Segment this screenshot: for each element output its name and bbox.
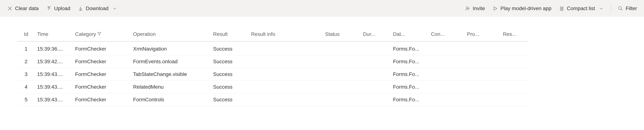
filter-icon xyxy=(97,31,102,37)
clear-data-label: Clear data xyxy=(15,6,39,11)
column-header-operation[interactable]: Operation xyxy=(131,28,210,41)
table-row[interactable]: 115:39:36....FormCheckerXrmNavigationSuc… xyxy=(18,43,528,55)
toolbar-left: Clear data Upload Download xyxy=(4,4,120,13)
download-button[interactable]: Download xyxy=(75,4,120,13)
table-row[interactable]: 215:39:42....FormCheckerFormEvents.onloa… xyxy=(18,55,528,68)
cell-status xyxy=(322,55,360,68)
column-header-time[interactable]: Time xyxy=(35,28,72,41)
cell-time: 15:39:42.... xyxy=(35,55,72,68)
filter-label: Filter xyxy=(626,6,637,11)
cell-status xyxy=(322,93,360,106)
chevron-down-icon xyxy=(112,6,118,11)
cell-prop xyxy=(464,81,500,93)
data-table: Id Time Category Operation Result Result… xyxy=(18,28,528,106)
cell-status xyxy=(322,81,360,93)
cell-time: 15:39:43.... xyxy=(35,68,72,81)
cell-conn xyxy=(428,93,464,106)
cell-result_info xyxy=(248,93,322,106)
cell-data: Forms.Fo... xyxy=(390,93,428,106)
cell-result_info xyxy=(248,55,322,68)
play-app-label: Play model-driven app xyxy=(500,6,552,11)
cell-conn xyxy=(428,81,464,93)
cell-result: Success xyxy=(210,55,248,68)
column-header-duration[interactable]: Dur... xyxy=(360,28,390,41)
cell-data: Forms.Fo... xyxy=(390,55,428,68)
cell-res xyxy=(500,43,528,55)
column-header-id[interactable]: Id xyxy=(18,28,35,41)
cell-time: 15:39:36.... xyxy=(35,43,72,55)
svg-point-1 xyxy=(618,7,622,10)
cell-prop xyxy=(464,68,500,81)
cell-category: FormChecker xyxy=(72,81,130,93)
play-icon xyxy=(492,6,498,11)
filter-button[interactable]: Filter xyxy=(615,4,640,13)
column-header-data[interactable]: Dat... xyxy=(390,28,428,41)
column-header-result-info[interactable]: Result info xyxy=(248,28,322,41)
cell-res xyxy=(500,93,528,106)
upload-button[interactable]: Upload xyxy=(44,4,73,13)
cell-status xyxy=(322,68,360,81)
upload-label: Upload xyxy=(54,6,70,11)
cell-res xyxy=(500,81,528,93)
table-row[interactable]: 515:39:43....FormCheckerFormControlsSucc… xyxy=(18,93,528,106)
invite-button[interactable]: Invite xyxy=(462,4,488,13)
cell-category: FormChecker xyxy=(72,68,130,81)
cell-category: FormChecker xyxy=(72,43,130,55)
cell-data: Forms.Fo... xyxy=(390,68,428,81)
cell-result_info xyxy=(248,43,322,55)
cell-duration xyxy=(360,43,390,55)
download-label: Download xyxy=(86,6,109,11)
column-header-result[interactable]: Result xyxy=(210,28,248,41)
cell-conn xyxy=(428,43,464,55)
cell-conn xyxy=(428,68,464,81)
cell-id: 2 xyxy=(18,55,35,68)
cell-id: 3 xyxy=(18,68,35,81)
cell-result: Success xyxy=(210,93,248,106)
cell-operation: TabStateChange.visible xyxy=(131,68,210,81)
cell-prop xyxy=(464,43,500,55)
column-header-prop[interactable]: Pro... xyxy=(464,28,500,41)
toolbar-divider xyxy=(611,3,611,14)
cell-operation: RelatedMenu xyxy=(131,81,210,93)
cell-id: 1 xyxy=(18,43,35,55)
compact-list-button[interactable]: Compact list xyxy=(556,4,607,13)
play-app-button[interactable]: Play model-driven app xyxy=(490,4,554,13)
table-row[interactable]: 415:39:43....FormCheckerRelatedMenuSucce… xyxy=(18,81,528,93)
cell-status xyxy=(322,43,360,55)
toolbar: Clear data Upload Download Invite xyxy=(0,0,644,17)
cell-time: 15:39:43.... xyxy=(35,81,72,93)
column-header-conn[interactable]: Con... xyxy=(428,28,464,41)
compact-list-label: Compact list xyxy=(567,6,595,11)
close-icon xyxy=(7,6,13,11)
svg-point-0 xyxy=(466,7,468,9)
invite-icon xyxy=(465,6,470,11)
cell-prop xyxy=(464,93,500,106)
list-icon xyxy=(559,6,565,11)
chevron-down-icon xyxy=(598,6,604,11)
invite-label: Invite xyxy=(473,6,485,11)
cell-res xyxy=(500,68,528,81)
column-header-status[interactable]: Status xyxy=(322,28,360,41)
toolbar-right: Invite Play model-driven app Compact lis… xyxy=(462,3,640,14)
column-header-category[interactable]: Category xyxy=(72,28,130,41)
cell-conn xyxy=(428,55,464,68)
cell-time: 15:39:43.... xyxy=(35,93,72,106)
cell-res xyxy=(500,55,528,68)
cell-result: Success xyxy=(210,68,248,81)
cell-data: Forms.Fo... xyxy=(390,43,428,55)
download-icon xyxy=(78,6,84,11)
cell-category: FormChecker xyxy=(72,55,130,68)
column-header-res[interactable]: Res... xyxy=(500,28,528,41)
cell-result_info xyxy=(248,68,322,81)
cell-category: FormChecker xyxy=(72,93,130,106)
cell-id: 4 xyxy=(18,81,35,93)
cell-result: Success xyxy=(210,43,248,55)
table-row[interactable]: 315:39:43....FormCheckerTabStateChange.v… xyxy=(18,68,528,81)
table-header-row: Id Time Category Operation Result Result… xyxy=(18,28,528,41)
clear-data-button[interactable]: Clear data xyxy=(4,4,41,13)
cell-operation: XrmNavigation xyxy=(131,43,210,55)
upload-icon xyxy=(46,6,52,11)
cell-result: Success xyxy=(210,81,248,93)
cell-result_info xyxy=(248,81,322,93)
table-container: Id Time Category Operation Result Result… xyxy=(0,17,546,106)
